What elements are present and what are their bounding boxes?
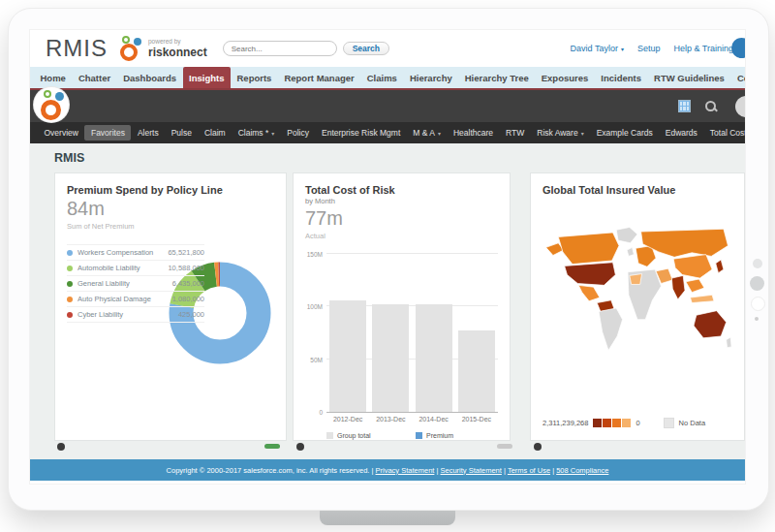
map-region-mexico[interactable] xyxy=(578,285,600,300)
map-region-indonesia[interactable] xyxy=(690,295,714,302)
subnav-label: Total Cost of Risk xyxy=(710,128,745,138)
tab-claims[interactable]: Claims xyxy=(360,67,403,88)
footer-link-security-statement[interactable]: Security Statement xyxy=(441,466,502,475)
legend-value: 1,080,000 xyxy=(172,295,204,303)
tab-home[interactable]: Home xyxy=(34,67,72,88)
x-tick-label: 2012-Dec xyxy=(326,416,369,422)
map-region-se-asia[interactable] xyxy=(686,279,704,293)
legend-row[interactable]: Cyber Liability425,000 xyxy=(67,307,204,323)
y-tick-label: 100M xyxy=(307,303,323,310)
subnav-item-policy[interactable]: Policy xyxy=(281,125,316,141)
tab-certificates[interactable]: Certificates xyxy=(730,67,745,88)
subnav-item-example-cards[interactable]: Example Cards xyxy=(590,125,659,141)
subnav-item-healthcare[interactable]: Healthcare xyxy=(447,125,499,141)
bezel-button-icon xyxy=(750,276,764,291)
tab-insights[interactable]: Insights xyxy=(183,67,231,88)
subnav-item-m-a[interactable]: M & A▾ xyxy=(407,125,448,141)
subnav-label: Favorites xyxy=(91,128,125,138)
map-region-west-africa[interactable] xyxy=(630,274,642,285)
search-button[interactable]: Search xyxy=(343,42,389,55)
subnav-label: Alerts xyxy=(138,128,159,138)
header-link-setup[interactable]: Setup xyxy=(637,44,661,53)
legend-value: 6,435,000 xyxy=(172,279,204,288)
page-title: RMIS xyxy=(54,151,745,165)
map-region-india[interactable] xyxy=(671,275,685,299)
riskonnect-round-logo-icon[interactable] xyxy=(34,87,69,122)
tab-dashboards[interactable]: Dashboards xyxy=(117,67,183,88)
subnav-item-alerts[interactable]: Alerts xyxy=(131,125,165,141)
subnav-item-overview[interactable]: Overview xyxy=(38,125,84,141)
y-tick-label: 50M xyxy=(310,356,323,362)
logo-blue-dot-icon xyxy=(55,92,64,101)
map-region-canada[interactable] xyxy=(558,233,619,265)
legend-item-group-total[interactable]: Group total xyxy=(326,432,416,439)
subnav-item-favorites[interactable]: Favorites xyxy=(84,125,131,141)
profile-circle-icon[interactable] xyxy=(735,96,746,117)
subnav-item-risk-aware[interactable]: Risk Aware▾ xyxy=(531,125,590,141)
card-title: Premium Spend by Policy Line xyxy=(67,184,274,196)
map-region-greenland[interactable] xyxy=(616,227,637,242)
no-data-label: No Data xyxy=(679,419,706,427)
subnav-item-pulse[interactable]: Pulse xyxy=(165,125,198,141)
logo-green-dot-icon xyxy=(122,36,130,44)
tab-strip: HomeChatterDashboardsInsightsReportsRepo… xyxy=(30,67,745,90)
header-links: David Taylor▾ SetupHelp & Training xyxy=(571,44,733,53)
user-menu[interactable]: David Taylor▾ xyxy=(571,44,624,53)
subnav-label: Claim xyxy=(204,128,226,138)
tab-incidents[interactable]: Incidents xyxy=(595,67,648,88)
legend-value: 425,000 xyxy=(178,310,204,319)
legend-label: General Liability xyxy=(78,279,172,288)
screen: RMIS powered by riskonnect Search David … xyxy=(29,29,746,485)
tab-exposures[interactable]: Exposures xyxy=(535,67,595,88)
map-region-uk[interactable] xyxy=(627,247,634,256)
map-region-japan[interactable] xyxy=(716,260,724,273)
legend-row[interactable]: Automobile Liability10,588,000 xyxy=(67,261,204,276)
legend-row[interactable]: Auto Physical Damage1,080,000 xyxy=(67,292,204,307)
map-region-south-america[interactable] xyxy=(599,308,623,351)
card-title: Global Total Insured Value xyxy=(542,184,732,196)
subnav-item-claims[interactable]: Claims *▾ xyxy=(232,125,281,141)
map-region-new-zealand[interactable] xyxy=(727,337,731,348)
bar-group-2014-dec[interactable] xyxy=(413,254,455,412)
footer-link-508-compliance[interactable]: 508 Compliance xyxy=(556,466,608,475)
logo-green-dot-icon xyxy=(44,90,51,98)
search-input[interactable] xyxy=(223,41,337,56)
legend-max-value: 2,311,239,268 xyxy=(542,419,588,427)
card-note: Actual xyxy=(305,232,498,240)
subnav-item-total-cost-of-risk[interactable]: Total Cost of Risk xyxy=(703,125,745,141)
header-link-help-training[interactable]: Help & Training xyxy=(673,44,733,53)
subnav-item-edwards[interactable]: Edwards xyxy=(659,125,703,141)
tab-chatter[interactable]: Chatter xyxy=(72,67,116,88)
legend-row[interactable]: Workers Compensation65,521,800 xyxy=(67,244,204,261)
footer-link-terms-of-use[interactable]: Terms of Use xyxy=(508,466,550,475)
x-tick-label: 2014-Dec xyxy=(413,416,455,422)
map-region-australia[interactable] xyxy=(694,311,727,338)
legend-row[interactable]: General Liability6,435,000 xyxy=(67,276,204,292)
subnav-label: Claims * xyxy=(238,128,269,138)
tab-report-manager[interactable]: Report Manager xyxy=(278,67,360,88)
bar-legend: Group totalPremiumAdministrative Expense… xyxy=(326,432,498,441)
bar-group-2012-dec[interactable] xyxy=(326,254,369,412)
footer-link-privacy-statement[interactable]: Privacy Statement xyxy=(376,466,435,475)
subnav-label: RTW xyxy=(506,128,524,138)
chevron-down-icon: ▾ xyxy=(581,130,584,137)
tab-reports[interactable]: Reports xyxy=(231,67,278,88)
bar-group-2013-dec[interactable] xyxy=(369,254,412,412)
header-search: Search xyxy=(223,41,389,56)
subnav-item-claim[interactable]: Claim xyxy=(198,125,232,141)
subnav-label: Overview xyxy=(45,128,78,138)
bezel-button-icon xyxy=(753,259,762,268)
tab-rtw-guidelines[interactable]: RTW Guidelines xyxy=(648,67,731,88)
bar-group-2015-dec[interactable] xyxy=(455,254,498,412)
subnav-item-rtw[interactable]: RTW xyxy=(500,125,531,141)
notification-bubble-icon[interactable] xyxy=(731,38,746,58)
subnav-item-enterprise-risk-mgmt[interactable]: Enterprise Risk Mgmt xyxy=(316,125,407,141)
map-region-china[interactable] xyxy=(673,255,712,279)
map-region-usa[interactable] xyxy=(565,263,616,286)
tab-hierarchy-tree[interactable]: Hierarchy Tree xyxy=(458,67,535,88)
search-icon[interactable] xyxy=(704,100,718,113)
tab-hierarchy[interactable]: Hierarchy xyxy=(403,67,458,88)
x-tick-label: 2015-Dec xyxy=(455,416,498,422)
app-grid-icon[interactable] xyxy=(678,100,691,112)
legend-item-premium[interactable]: Premium xyxy=(416,432,498,439)
